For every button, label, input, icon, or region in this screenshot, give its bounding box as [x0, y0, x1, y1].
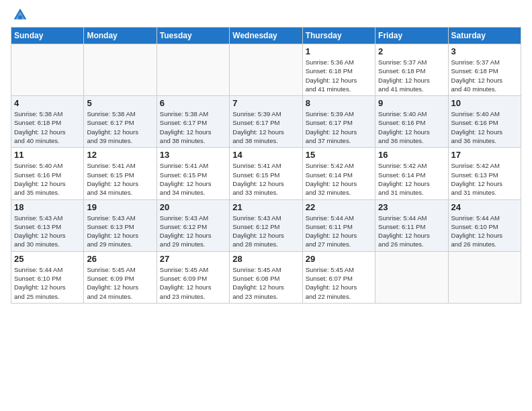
calendar-cell: 24Sunrise: 5:44 AM Sunset: 6:10 PM Dayli…: [448, 199, 521, 251]
calendar-cell: 9Sunrise: 5:40 AM Sunset: 6:16 PM Daylig…: [375, 96, 448, 148]
calendar-cell: 29Sunrise: 5:45 AM Sunset: 6:07 PM Dayli…: [302, 251, 375, 303]
day-number: 13: [160, 150, 226, 160]
day-info: Sunrise: 5:45 AM Sunset: 6:09 PM Dayligh…: [160, 265, 226, 301]
calendar-cell: 15Sunrise: 5:42 AM Sunset: 6:14 PM Dayli…: [302, 148, 375, 199]
day-info: Sunrise: 5:44 AM Sunset: 6:11 PM Dayligh…: [378, 214, 445, 249]
day-info: Sunrise: 5:42 AM Sunset: 6:14 PM Dayligh…: [378, 161, 445, 197]
day-info: Sunrise: 5:41 AM Sunset: 6:15 PM Dayligh…: [232, 161, 299, 197]
day-number: 16: [378, 150, 445, 160]
calendar: SundayMondayTuesdayWednesdayThursdayFrid…: [11, 27, 521, 304]
day-number: 3: [451, 46, 518, 56]
day-number: 29: [306, 254, 372, 264]
day-info: Sunrise: 5:44 AM Sunset: 6:11 PM Dayligh…: [306, 214, 372, 249]
day-number: 20: [160, 202, 226, 212]
day-info: Sunrise: 5:45 AM Sunset: 6:08 PM Dayligh…: [232, 265, 299, 301]
day-number: 27: [160, 254, 226, 264]
day-number: 23: [378, 202, 445, 212]
calendar-cell: 20Sunrise: 5:43 AM Sunset: 6:12 PM Dayli…: [157, 199, 229, 251]
calendar-cell: 17Sunrise: 5:42 AM Sunset: 6:13 PM Dayli…: [448, 148, 521, 199]
day-info: Sunrise: 5:38 AM Sunset: 6:18 PM Dayligh…: [14, 109, 81, 145]
day-info: Sunrise: 5:39 AM Sunset: 6:17 PM Dayligh…: [232, 109, 299, 145]
svg-rect-2: [18, 15, 21, 19]
calendar-cell: 28Sunrise: 5:45 AM Sunset: 6:08 PM Dayli…: [230, 251, 302, 303]
day-info: Sunrise: 5:41 AM Sunset: 6:15 PM Dayligh…: [160, 161, 226, 197]
day-info: Sunrise: 5:42 AM Sunset: 6:13 PM Dayligh…: [451, 161, 518, 197]
day-number: 1: [306, 46, 372, 56]
calendar-cell: 16Sunrise: 5:42 AM Sunset: 6:14 PM Dayli…: [375, 148, 448, 199]
day-number: 8: [306, 98, 372, 108]
day-number: 15: [306, 150, 372, 160]
day-number: 25: [14, 254, 81, 264]
day-number: 21: [232, 202, 299, 212]
day-info: Sunrise: 5:45 AM Sunset: 6:09 PM Dayligh…: [87, 265, 153, 301]
day-number: 19: [87, 202, 153, 212]
day-number: 28: [232, 254, 299, 264]
calendar-cell: 19Sunrise: 5:43 AM Sunset: 6:13 PM Dayli…: [84, 199, 157, 251]
calendar-cell: 13Sunrise: 5:41 AM Sunset: 6:15 PM Dayli…: [157, 148, 229, 199]
day-info: Sunrise: 5:43 AM Sunset: 6:12 PM Dayligh…: [160, 214, 226, 249]
day-number: 14: [232, 150, 299, 160]
logo: [11, 7, 30, 23]
day-info: Sunrise: 5:38 AM Sunset: 6:17 PM Dayligh…: [160, 109, 226, 145]
day-info: Sunrise: 5:37 AM Sunset: 6:18 PM Dayligh…: [378, 58, 445, 93]
day-info: Sunrise: 5:42 AM Sunset: 6:14 PM Dayligh…: [306, 161, 372, 197]
weekday-wednesday: Wednesday: [230, 28, 302, 44]
week-row-5: 25Sunrise: 5:44 AM Sunset: 6:10 PM Dayli…: [11, 251, 521, 303]
calendar-cell: 27Sunrise: 5:45 AM Sunset: 6:09 PM Dayli…: [157, 251, 229, 303]
day-info: Sunrise: 5:41 AM Sunset: 6:15 PM Dayligh…: [87, 161, 153, 197]
day-number: 2: [378, 46, 445, 56]
calendar-cell: 26Sunrise: 5:45 AM Sunset: 6:09 PM Dayli…: [84, 251, 157, 303]
calendar-cell: [375, 251, 448, 303]
day-number: 5: [87, 98, 153, 108]
calendar-cell: 14Sunrise: 5:41 AM Sunset: 6:15 PM Dayli…: [230, 148, 302, 199]
day-info: Sunrise: 5:43 AM Sunset: 6:13 PM Dayligh…: [14, 214, 81, 249]
logo-icon: [12, 7, 28, 23]
day-number: 4: [14, 98, 81, 108]
calendar-cell: 23Sunrise: 5:44 AM Sunset: 6:11 PM Dayli…: [375, 199, 448, 251]
day-number: 6: [160, 98, 226, 108]
calendar-cell: 21Sunrise: 5:43 AM Sunset: 6:12 PM Dayli…: [230, 199, 302, 251]
day-info: Sunrise: 5:44 AM Sunset: 6:10 PM Dayligh…: [451, 214, 518, 249]
calendar-cell: 2Sunrise: 5:37 AM Sunset: 6:18 PM Daylig…: [375, 44, 448, 96]
day-number: 24: [451, 202, 518, 212]
calendar-cell: [230, 44, 302, 96]
page: SundayMondayTuesdayWednesdayThursdayFrid…: [0, 0, 532, 411]
day-number: 7: [232, 98, 299, 108]
day-info: Sunrise: 5:43 AM Sunset: 6:12 PM Dayligh…: [232, 214, 299, 249]
day-info: Sunrise: 5:43 AM Sunset: 6:13 PM Dayligh…: [87, 214, 153, 249]
day-number: 11: [14, 150, 81, 160]
day-number: 18: [14, 202, 81, 212]
day-info: Sunrise: 5:40 AM Sunset: 6:16 PM Dayligh…: [451, 109, 518, 145]
weekday-thursday: Thursday: [302, 28, 375, 44]
calendar-cell: 1Sunrise: 5:36 AM Sunset: 6:18 PM Daylig…: [302, 44, 375, 96]
calendar-cell: [11, 44, 84, 96]
week-row-1: 1Sunrise: 5:36 AM Sunset: 6:18 PM Daylig…: [11, 44, 521, 96]
calendar-cell: 12Sunrise: 5:41 AM Sunset: 6:15 PM Dayli…: [84, 148, 157, 199]
header: [11, 7, 521, 23]
week-row-3: 11Sunrise: 5:40 AM Sunset: 6:16 PM Dayli…: [11, 148, 521, 199]
calendar-cell: 5Sunrise: 5:38 AM Sunset: 6:17 PM Daylig…: [84, 96, 157, 148]
calendar-cell: 8Sunrise: 5:39 AM Sunset: 6:17 PM Daylig…: [302, 96, 375, 148]
calendar-cell: 22Sunrise: 5:44 AM Sunset: 6:11 PM Dayli…: [302, 199, 375, 251]
day-number: 17: [451, 150, 518, 160]
calendar-cell: 10Sunrise: 5:40 AM Sunset: 6:16 PM Dayli…: [448, 96, 521, 148]
calendar-cell: [448, 251, 521, 303]
weekday-tuesday: Tuesday: [157, 28, 229, 44]
weekday-saturday: Saturday: [448, 28, 521, 44]
day-info: Sunrise: 5:45 AM Sunset: 6:07 PM Dayligh…: [306, 265, 372, 301]
day-info: Sunrise: 5:37 AM Sunset: 6:18 PM Dayligh…: [451, 58, 518, 93]
calendar-cell: 11Sunrise: 5:40 AM Sunset: 6:16 PM Dayli…: [11, 148, 84, 199]
day-info: Sunrise: 5:40 AM Sunset: 6:16 PM Dayligh…: [14, 161, 81, 197]
week-row-4: 18Sunrise: 5:43 AM Sunset: 6:13 PM Dayli…: [11, 199, 521, 251]
day-number: 10: [451, 98, 518, 108]
calendar-cell: 4Sunrise: 5:38 AM Sunset: 6:18 PM Daylig…: [11, 96, 84, 148]
calendar-cell: 7Sunrise: 5:39 AM Sunset: 6:17 PM Daylig…: [230, 96, 302, 148]
day-info: Sunrise: 5:38 AM Sunset: 6:17 PM Dayligh…: [87, 109, 153, 145]
day-number: 9: [378, 98, 445, 108]
calendar-cell: 6Sunrise: 5:38 AM Sunset: 6:17 PM Daylig…: [157, 96, 229, 148]
day-info: Sunrise: 5:39 AM Sunset: 6:17 PM Dayligh…: [306, 109, 372, 145]
day-info: Sunrise: 5:44 AM Sunset: 6:10 PM Dayligh…: [14, 265, 81, 301]
weekday-header-row: SundayMondayTuesdayWednesdayThursdayFrid…: [11, 28, 521, 44]
week-row-2: 4Sunrise: 5:38 AM Sunset: 6:18 PM Daylig…: [11, 96, 521, 148]
calendar-cell: [157, 44, 229, 96]
